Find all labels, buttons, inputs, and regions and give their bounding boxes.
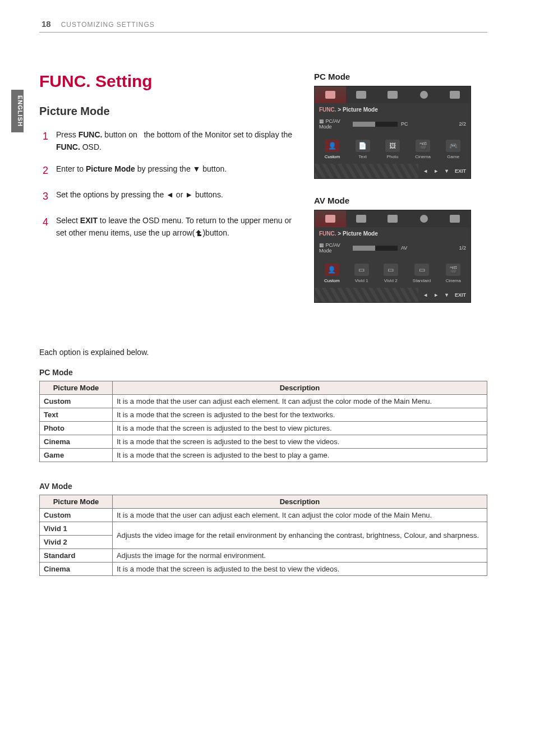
table-row: TextIt is a mode that the screen is adju… [40,408,487,422]
osd-tab-icon-3[interactable] [377,210,408,227]
osd-item-icon: 🎮 [446,140,460,152]
osd-tab-icon-2[interactable] [346,210,377,227]
osd-av-item-cinema[interactable]: 🎬Cinema [445,264,461,283]
osd-pc-item-game[interactable]: 🎮Game [446,140,460,159]
desc-cell: Adjusts the video image for the retail e… [113,522,487,549]
osd-item-label: Vivid 2 [384,278,398,283]
osd-av-item-vivid2[interactable]: ▭Vivid 2 [384,264,398,283]
step-item: 4Select EXIT to leave the OSD menu. To r… [43,215,297,239]
osd-item-label: Photo [387,154,399,159]
mode-cell: Cinema [40,563,113,576]
osd-left-icon[interactable]: ◄ [423,292,428,298]
desc-cell: It is a mode that the screen is adjusted… [113,422,487,435]
osd-pc-items: 👤Custom📄Text🖼Photo🎬Cinema🎮Game [315,132,471,164]
language-tab: ENGLISH [11,90,24,132]
osd-av-tabs [315,210,471,227]
osd-pc-item-text[interactable]: 📄Text [356,140,370,159]
osd-tab-icon-5[interactable] [439,86,471,103]
osd-item-icon: 🎬 [446,264,460,276]
osd-item-label: Game [447,154,459,159]
osd-pc-bottom: ◄ ► ▼ EXIT [315,164,471,178]
desc-cell: It is a mode that the user can adjust ea… [113,509,487,522]
table-row: PhotoIt is a mode that the screen is adj… [40,422,487,435]
osd-av-bar-value: AV [401,245,407,251]
av-mode-heading: AV Mode [314,196,487,205]
osd-item-label: Standard [413,278,431,283]
step-number: 3 [43,189,50,205]
osd-stripes [315,288,418,302]
osd-down-icon[interactable]: ▼ [444,292,449,298]
desc-cell: It is a mode that the screen is adjusted… [113,449,487,462]
explain-text: Each option is explained below. [39,348,487,357]
osd-av-crumb-sep: > [338,231,341,237]
osd-av-item-custom[interactable]: 👤Custom [324,264,340,283]
osd-item-label: Text [358,154,367,159]
av-table-head-mode: Picture Mode [40,495,113,509]
osd-tab-func-icon[interactable] [315,86,346,103]
mode-cell: Standard [40,549,113,563]
osd-item-label: Custom [324,278,340,283]
osd-item-label: Custom [325,154,340,159]
osd-tab-icon-5[interactable] [439,210,471,227]
osd-down-icon[interactable]: ▼ [444,168,449,174]
osd-av-mode-row: ▦ PC/AV Mode AV 1/2 [315,240,471,256]
osd-tab-icon-3[interactable] [377,86,408,103]
osd-pc-item-photo[interactable]: 🖼Photo [385,140,400,159]
mode-cell: Custom [40,395,113,408]
mode-cell: Photo [40,422,113,435]
osd-pc-tabs [315,86,471,103]
osd-right-icon[interactable]: ► [433,168,439,174]
step-text: Press FUNC. button on the bottom of the … [56,129,297,153]
osd-stripes [315,164,418,178]
osd-pc-item-cinema[interactable]: 🎬Cinema [415,140,431,159]
osd-av-item-standard[interactable]: ▭Standard [413,264,431,283]
osd-av-item-vivid1[interactable]: ▭Vivid 1 [354,264,369,283]
osd-item-label: Cinema [445,278,461,283]
table-row: CustomIt is a mode that the user can adj… [40,509,487,522]
osd-pc-exit-button[interactable]: EXIT [455,168,466,174]
osd-tab-icon-2[interactable] [346,86,377,103]
osd-item-icon: 👤 [325,140,339,152]
osd-right-icon[interactable]: ► [433,292,439,298]
step-item: 1Press FUNC. button on the bottom of the… [43,129,297,153]
osd-tab-globe-icon[interactable] [408,210,440,227]
osd-pc-crumb-sep: > [338,107,341,113]
table-row: Vivid 1Adjusts the video image for the r… [40,522,487,536]
osd-av-row-label: PC/AV Mode [319,242,340,253]
osd-item-icon: 📄 [356,140,370,152]
osd-av-exit-button[interactable]: EXIT [455,292,466,298]
osd-item-label: Cinema [415,154,431,159]
step-item: 2Enter to Picture Mode by pressing the ▼… [43,163,297,179]
desc-cell: It is a mode that the screen is adjusted… [113,435,487,449]
osd-av-crumb-sub: Picture Mode [343,231,378,237]
osd-av-items: 👤Custom▭Vivid 1▭Vivid 2▭Standard🎬Cinema [315,256,471,288]
desc-cell: It is a mode that the screen is adjusted… [113,408,487,422]
osd-av-breadcrumb: FUNC. > Picture Mode [315,227,471,240]
pc-mode-table: Picture Mode Description CustomIt is a m… [39,381,487,462]
osd-item-icon: 👤 [325,264,339,276]
osd-tab-globe-icon[interactable] [408,86,440,103]
mode-cell: Text [40,408,113,422]
osd-pc-breadcrumb: FUNC. > Picture Mode [315,103,471,116]
av-table-head-desc: Description [113,495,487,509]
table-row: CinemaIt is a mode that the screen is ad… [40,435,487,449]
osd-item-label: Vivid 1 [355,278,368,283]
step-number: 4 [43,215,50,239]
mode-cell: Vivid 1 [40,522,113,536]
osd-item-icon: ▭ [354,264,369,276]
osd-pc: FUNC. > Picture Mode ▦ PC/AV Mode PC 2/2… [314,86,471,179]
table-row: CinemaIt is a mode that the screen is ad… [40,563,487,576]
osd-left-icon[interactable]: ◄ [423,168,428,174]
desc-cell: It is a mode that the user can adjust ea… [113,395,487,408]
osd-pc-item-custom[interactable]: 👤Custom [325,140,340,159]
osd-pc-crumb-main: FUNC. [319,107,336,113]
page-number: 18 [41,19,51,29]
step-text: Set the options by pressing the ◄ or ► b… [56,189,223,205]
desc-cell: Adjusts the image for the normal environ… [113,549,487,563]
osd-av-bottom: ◄ ► ▼ EXIT [315,288,471,302]
osd-item-icon: ▭ [384,264,398,276]
osd-tab-func-icon[interactable] [315,210,346,227]
osd-pc-paging: 2/2 [459,121,466,127]
osd-av-paging: 1/2 [459,245,466,251]
pc-table-head-desc: Description [113,381,487,395]
